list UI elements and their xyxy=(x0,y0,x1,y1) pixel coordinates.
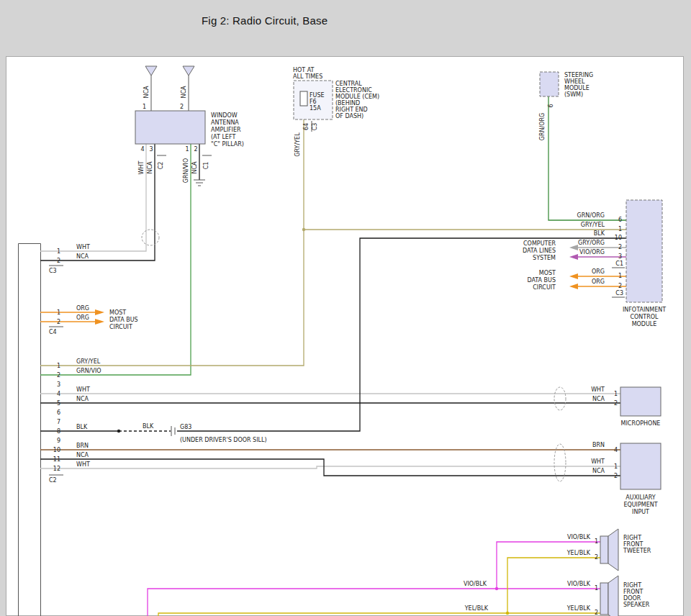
pin-number: 2 xyxy=(614,473,618,479)
diagram-canvas xyxy=(6,57,684,616)
antenna-wire-label: NCA xyxy=(181,86,187,99)
fuse-label: F6 xyxy=(310,99,317,105)
module-label: TWEETER xyxy=(623,548,651,554)
wire-label: GRN/ORG xyxy=(577,212,605,219)
ground-junction-dot xyxy=(117,430,120,432)
wire-label: YEL/BLK xyxy=(464,605,489,612)
wire-label: GRY/YEL xyxy=(76,358,101,365)
swm-box xyxy=(540,72,559,96)
module-label: INFOTAINMENT xyxy=(623,307,666,313)
pin-number: 2 xyxy=(194,146,197,153)
module-label: RIGHT END xyxy=(335,107,368,113)
pin-number: 2 xyxy=(595,554,598,561)
wire-label: WHT xyxy=(591,458,605,465)
wire-label: WHT xyxy=(76,244,90,250)
pin-number: 2 xyxy=(57,258,60,264)
connector-label: C1 xyxy=(203,162,209,170)
module-label: DOOR xyxy=(623,595,641,602)
wire-label: GRY/YEL xyxy=(294,132,301,157)
circuit-label: COMPUTER xyxy=(523,240,556,247)
module-label: AUXILIARY xyxy=(625,494,656,501)
connector-label: C4 xyxy=(49,329,57,335)
wire-label: GRN/VIO xyxy=(183,158,189,184)
pin-number: 3 xyxy=(57,381,60,388)
pin-number: 1 xyxy=(595,538,598,545)
pin-number: 4 xyxy=(57,391,60,397)
pin-number: 7 xyxy=(57,419,60,425)
module-label: FRONT xyxy=(623,589,643,595)
vio-blk-junction-dot xyxy=(495,587,498,590)
pin-number: 64 xyxy=(303,123,310,130)
wire-label: YEL/BLK xyxy=(566,605,591,612)
circuit-label: CIRCUIT xyxy=(533,284,556,291)
pin-number: 1 xyxy=(618,226,622,232)
module-label: MODULE xyxy=(632,321,657,327)
module-label: ANTENNA xyxy=(211,119,239,126)
wire-label: WHT xyxy=(591,386,605,393)
pin-number: 6 xyxy=(548,104,554,107)
wire-label: VIO/BLK xyxy=(567,581,591,587)
pin-number: 2 xyxy=(595,610,598,616)
connector-label: C3 xyxy=(312,123,318,131)
window-antenna-amplifier-box xyxy=(135,111,205,144)
wire-label: VIO/BLK xyxy=(464,581,487,587)
pin-number: 1 xyxy=(618,273,622,279)
wire-label: ORG xyxy=(592,278,605,285)
module-label: (AT LEFT xyxy=(211,134,235,140)
module-label: (SWM) xyxy=(564,91,583,98)
module-label: MICROPHONE xyxy=(621,420,661,427)
connector-label: C3 xyxy=(49,268,57,274)
connector-label: C2 xyxy=(49,477,57,484)
pin-number: 4 xyxy=(140,146,144,153)
circuit-label: CIRCUIT xyxy=(109,324,132,330)
module-label: (BEHIND xyxy=(335,100,360,107)
yel-blk-junction-dot xyxy=(506,612,509,615)
pin-number: 4 xyxy=(614,447,618,453)
module-label: WINDOW xyxy=(211,112,238,119)
wire-label: VIO/BLK xyxy=(567,534,591,540)
fuse-icon xyxy=(300,91,307,106)
hot-label: HOT AT xyxy=(293,67,315,73)
connector-label: C2 xyxy=(158,162,164,170)
pin-number: 1 xyxy=(185,146,189,153)
module-label: MODULE xyxy=(564,85,590,91)
circuit-label: MOST xyxy=(109,309,126,316)
wire-label: GRN/ORG xyxy=(539,113,546,141)
pin-number: 1 xyxy=(595,585,598,592)
pin-number: 3 xyxy=(149,146,153,153)
wire-label: ORG xyxy=(592,268,605,275)
circuit-label: MOST xyxy=(539,270,556,276)
pin-number: 2 xyxy=(57,319,60,325)
module-label: CENTRAL xyxy=(335,81,362,87)
ground-location: (UNDER DRIVER'S DOOR SILL) xyxy=(180,437,267,443)
pin-number: 6 xyxy=(57,409,60,416)
wire-label: NCA xyxy=(592,396,605,402)
hot-label: ALL TIMES xyxy=(293,73,322,80)
pin-number: 8 xyxy=(57,428,60,435)
wire-label: YEL/BLK xyxy=(566,550,591,556)
pin-number: 11 xyxy=(53,456,60,463)
module-label: FRONT xyxy=(623,541,643,548)
wire-label: ORG xyxy=(76,305,89,312)
module-label: CONTROL xyxy=(630,314,659,320)
aux-input-box xyxy=(620,443,661,489)
wire-label: NCA xyxy=(191,161,198,174)
pin-number: 2 xyxy=(618,244,622,250)
wire-label: NCA xyxy=(592,468,605,474)
pin-number: 1 xyxy=(57,363,60,369)
pin-number: 10 xyxy=(53,447,60,453)
wire-label: WHT xyxy=(76,461,90,468)
antenna-wire-label: NCA xyxy=(143,86,150,99)
module-label: RIGHT xyxy=(623,582,641,589)
wire-label: NCA xyxy=(76,396,89,402)
pin-number: 2 xyxy=(57,372,60,379)
connector-label: C1 xyxy=(615,261,623,267)
ground-name: G83 xyxy=(180,424,191,430)
wire-label: BRN xyxy=(592,442,605,448)
wire-label: GRN/VIO xyxy=(76,368,101,374)
module-label: AMPLIFIER xyxy=(211,127,241,133)
wire-label: NCA xyxy=(76,253,89,260)
module-label: MODULE (CEM) xyxy=(335,94,379,100)
pin-number: 2 xyxy=(618,283,622,289)
wire-label: NCA xyxy=(147,161,153,174)
